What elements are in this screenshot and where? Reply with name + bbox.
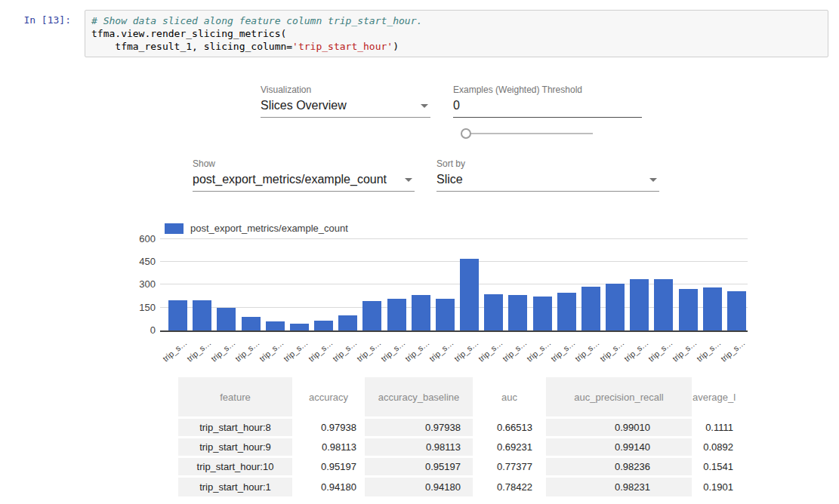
input-prompt: In [13]: (0, 14, 71, 26)
sort-select[interactable]: Slice (436, 172, 659, 192)
table-cell: 0.77377 (473, 457, 546, 477)
code-token: tfma_result_1, slicing_column= (91, 41, 292, 52)
table-cell: 0.95197 (365, 457, 473, 477)
bar[interactable] (266, 321, 285, 330)
column-header[interactable]: average_los (692, 377, 736, 418)
table-cell: 0.69231 (473, 438, 546, 457)
column-header[interactable]: auc_precision_recall (546, 377, 692, 418)
bar[interactable] (727, 291, 746, 330)
code-token: tfma.view.render_slicing_metrics( (91, 28, 286, 39)
table-cell: 0.66513 (473, 418, 546, 438)
table-cell: trip_start_hour:10 (178, 457, 292, 477)
table-cell: 0.98113 (365, 438, 473, 457)
visualization-select[interactable]: Slices Overview (261, 98, 430, 118)
column-header[interactable]: accuracy (292, 377, 365, 418)
threshold-input-row[interactable] (453, 98, 642, 118)
table-cell: 0.1541 (692, 457, 736, 477)
chart-legend: post_export_metrics/example_count (165, 223, 348, 234)
table-cell: 0.99010 (546, 418, 692, 438)
column-header[interactable]: feature (178, 377, 292, 418)
y-axis-tick-label: 450 (121, 256, 156, 267)
threshold-input[interactable] (453, 98, 642, 113)
bar[interactable] (581, 287, 600, 330)
code-editor[interactable]: # Show data sliced along feature column … (85, 10, 828, 57)
code-line: # Show data sliced along feature column … (91, 14, 822, 27)
table-cell: 0.94180 (365, 477, 473, 496)
table-body: trip_start_hour:80.979380.979380.665130.… (178, 418, 736, 496)
visualization-label: Visualization (261, 85, 430, 95)
gridline (160, 261, 748, 262)
bar[interactable] (460, 259, 479, 330)
bar[interactable] (217, 308, 236, 330)
bar[interactable] (242, 317, 261, 330)
notebook-page: In [13]: # Show data sliced along featur… (0, 0, 839, 504)
table-header-row: featureaccuracyaccuracy_baselineaucauc_p… (178, 377, 736, 418)
table-cell: 0.1901 (692, 477, 736, 496)
table-row: trip_start_hour:90.981130.981130.692310.… (178, 438, 736, 457)
x-axis-baseline (160, 330, 748, 332)
slider-handle[interactable] (461, 128, 471, 139)
bar[interactable] (679, 289, 698, 330)
bar[interactable] (387, 299, 406, 330)
chevron-down-icon[interactable] (649, 178, 657, 182)
table-cell: 0.97938 (365, 418, 473, 438)
bar[interactable] (703, 287, 722, 330)
bar[interactable] (654, 279, 673, 330)
bar[interactable] (412, 295, 430, 330)
bar[interactable] (168, 300, 187, 330)
metrics-table-grid: featureaccuracyaccuracy_baselineaucauc_p… (178, 377, 736, 496)
table-cell: 0.98231 (546, 477, 692, 496)
bar[interactable] (533, 297, 552, 330)
column-header[interactable]: auc (473, 377, 546, 418)
bar[interactable] (290, 324, 309, 330)
sort-label: Sort by (436, 158, 659, 169)
bar[interactable] (630, 279, 649, 330)
code-content: # Show data sliced along feature column … (91, 14, 822, 53)
y-axis-tick-label: 150 (121, 302, 156, 313)
show-field: Show post_export_metrics/example_count (193, 158, 415, 192)
table-cell: 0.1111 (692, 418, 736, 438)
gridline (160, 238, 748, 239)
bar[interactable] (338, 315, 357, 330)
code-token: ) (393, 41, 399, 52)
table-cell: trip_start_hour:9 (178, 438, 292, 457)
legend-label: post_export_metrics/example_count (190, 223, 348, 234)
sort-field: Sort by Slice (436, 158, 659, 192)
chevron-down-icon[interactable] (405, 178, 412, 182)
table-row: trip_start_hour:80.979380.979380.665130.… (178, 418, 736, 438)
y-axis-tick-label: 0 (121, 324, 156, 336)
bar[interactable] (508, 295, 527, 330)
table-cell: 0.95197 (292, 457, 365, 477)
table-cell: trip_start_hour:8 (178, 418, 292, 438)
show-select[interactable]: post_export_metrics/example_count (193, 172, 415, 192)
bar[interactable] (484, 294, 503, 330)
chevron-down-icon[interactable] (421, 104, 428, 108)
table-cell: 0.99140 (546, 438, 692, 457)
bar[interactable] (436, 299, 455, 330)
visualization-value: Slices Overview (261, 98, 430, 113)
show-value: post_export_metrics/example_count (193, 172, 415, 187)
bar[interactable] (314, 321, 333, 330)
bar[interactable] (193, 300, 211, 330)
code-token: 'trip_start_hour' (292, 41, 393, 52)
table-cell: 0.78422 (473, 477, 546, 496)
metrics-table: featureaccuracyaccuracy_baselineaucauc_p… (178, 377, 736, 504)
show-label: Show (193, 158, 415, 169)
table-cell: 0.97938 (292, 418, 365, 438)
table-cell: 0.98236 (546, 457, 692, 477)
legend-swatch-icon (165, 223, 184, 234)
bar[interactable] (362, 301, 381, 330)
slider-track[interactable] (466, 133, 593, 134)
threshold-label: Examples (Weighted) Threshold (453, 85, 642, 95)
bar[interactable] (606, 284, 625, 330)
table-cell: 0.94180 (292, 477, 365, 496)
y-axis-tick-label: 600 (121, 233, 156, 244)
bar[interactable] (557, 293, 576, 330)
visualization-field: Visualization Slices Overview (261, 85, 430, 118)
code-line: tfma_result_1, slicing_column='trip_star… (91, 40, 822, 53)
column-header[interactable]: accuracy_baseline (365, 377, 473, 418)
table-row: trip_start_hour:100.951970.951970.773770… (178, 457, 736, 477)
table-cell: 0.98113 (292, 438, 365, 457)
code-token: # Show data sliced along feature column … (91, 15, 422, 26)
table-cell: trip_start_hour:1 (178, 477, 292, 496)
